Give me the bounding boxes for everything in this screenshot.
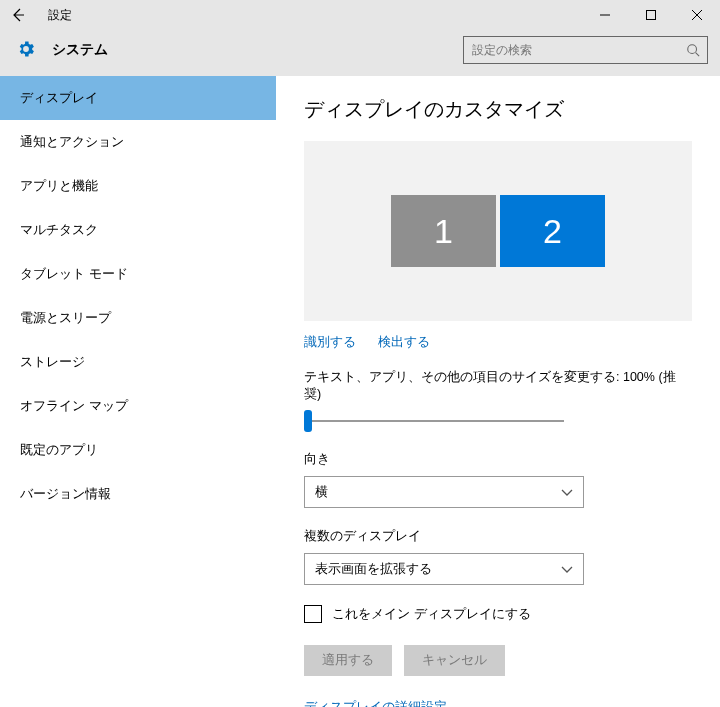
chevron-down-icon	[561, 562, 573, 577]
titlebar: 設定	[0, 0, 720, 30]
sidebar-item-multitask[interactable]: マルチタスク	[0, 208, 276, 252]
maximize-button[interactable]	[628, 0, 674, 30]
advanced-settings-link[interactable]: ディスプレイの詳細設定	[304, 698, 692, 707]
close-button[interactable]	[674, 0, 720, 30]
make-main-row: これをメイン ディスプレイにする	[304, 605, 692, 623]
sidebar-item-label: タブレット モード	[20, 266, 128, 281]
monitor-1[interactable]: 1	[391, 195, 496, 267]
close-icon	[692, 10, 702, 20]
sidebar-item-label: オフライン マップ	[20, 398, 128, 413]
sidebar-item-storage[interactable]: ストレージ	[0, 340, 276, 384]
window-controls	[582, 0, 720, 30]
content: ディスプレイのカスタマイズ 1 2 識別する 検出する テキスト、アプリ、その他…	[276, 76, 720, 707]
sidebar-item-about[interactable]: バージョン情報	[0, 472, 276, 516]
slider-track	[304, 420, 564, 422]
search-box[interactable]	[463, 36, 708, 64]
search-icon	[679, 43, 707, 57]
orientation-value: 横	[315, 483, 328, 501]
detect-link[interactable]: 検出する	[378, 334, 430, 349]
make-main-checkbox[interactable]	[304, 605, 322, 623]
back-arrow-icon	[10, 7, 26, 23]
body: ディスプレイ 通知とアクション アプリと機能 マルチタスク タブレット モード …	[0, 76, 720, 707]
sidebar-item-tablet[interactable]: タブレット モード	[0, 252, 276, 296]
scale-slider[interactable]	[304, 413, 564, 429]
sidebar-item-power[interactable]: 電源とスリープ	[0, 296, 276, 340]
orientation-select[interactable]: 横	[304, 476, 584, 508]
multiple-displays-select[interactable]: 表示画面を拡張する	[304, 553, 584, 585]
sidebar-item-apps[interactable]: アプリと機能	[0, 164, 276, 208]
display-preview: 1 2	[304, 141, 692, 321]
sidebar-item-default-apps[interactable]: 既定のアプリ	[0, 428, 276, 472]
sidebar-item-label: マルチタスク	[20, 222, 98, 237]
sidebar-item-label: バージョン情報	[20, 486, 111, 501]
make-main-label: これをメイン ディスプレイにする	[332, 605, 531, 623]
sidebar-item-label: 通知とアクション	[20, 134, 124, 149]
sidebar-item-label: 既定のアプリ	[20, 442, 98, 457]
sidebar-item-label: ディスプレイ	[20, 90, 98, 105]
page-title: ディスプレイのカスタマイズ	[304, 96, 692, 123]
sidebar-item-label: アプリと機能	[20, 178, 98, 193]
gear-icon	[16, 39, 36, 62]
maximize-icon	[646, 10, 656, 20]
window-title: 設定	[36, 7, 582, 24]
button-row: 適用する キャンセル	[304, 645, 692, 676]
orientation-label: 向き	[304, 451, 692, 468]
svg-point-4	[688, 45, 697, 54]
multiple-displays-label: 複数のディスプレイ	[304, 528, 692, 545]
app-title: システム	[52, 41, 463, 59]
monitor-2[interactable]: 2	[500, 195, 605, 267]
sidebar-item-offline-maps[interactable]: オフライン マップ	[0, 384, 276, 428]
search-input[interactable]	[464, 43, 679, 57]
multiple-displays-value: 表示画面を拡張する	[315, 560, 432, 578]
sidebar-item-display[interactable]: ディスプレイ	[0, 76, 276, 120]
sidebar-item-notifications[interactable]: 通知とアクション	[0, 120, 276, 164]
svg-rect-1	[647, 11, 656, 20]
slider-thumb[interactable]	[304, 410, 312, 432]
sidebar-item-label: ストレージ	[20, 354, 85, 369]
apply-button[interactable]: 適用する	[304, 645, 392, 676]
display-actions: 識別する 検出する	[304, 333, 692, 351]
sidebar: ディスプレイ 通知とアクション アプリと機能 マルチタスク タブレット モード …	[0, 76, 276, 707]
back-button[interactable]	[0, 0, 36, 30]
minimize-icon	[600, 10, 610, 20]
header: システム	[0, 30, 720, 76]
minimize-button[interactable]	[582, 0, 628, 30]
svg-line-5	[696, 53, 700, 57]
identify-link[interactable]: 識別する	[304, 334, 356, 349]
cancel-button[interactable]: キャンセル	[404, 645, 505, 676]
sidebar-item-label: 電源とスリープ	[20, 310, 111, 325]
scale-label: テキスト、アプリ、その他の項目のサイズを変更する: 100% (推奨)	[304, 369, 692, 403]
chevron-down-icon	[561, 485, 573, 500]
